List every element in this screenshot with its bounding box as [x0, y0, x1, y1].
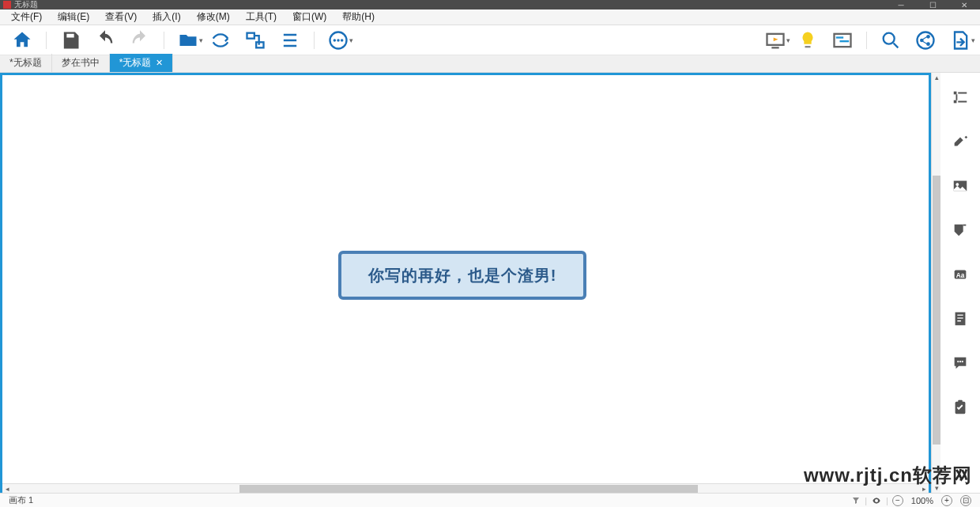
close-tab-icon[interactable]: ✕	[156, 58, 163, 68]
share-button[interactable]	[209, 29, 232, 51]
tab-dream-in-book[interactable]: 梦在书中	[52, 54, 110, 72]
menu-tools[interactable]: 工具(T)	[238, 10, 285, 24]
svg-rect-10	[840, 40, 850, 42]
statusbar: 画布 1 | | − 100% + ⊡	[0, 493, 980, 507]
svg-point-11	[884, 32, 895, 44]
image-panel-icon[interactable]	[952, 177, 969, 195]
menu-modify[interactable]: 修改(M)	[189, 10, 238, 24]
menu-help[interactable]: 帮助(H)	[334, 10, 383, 24]
more-button[interactable]	[327, 29, 349, 51]
app-logo-icon	[3, 1, 11, 9]
document-tabs: *无标题 梦在书中 *无标题 ✕	[0, 55, 980, 73]
zoom-in-button[interactable]: +	[941, 495, 952, 506]
titlebar: 无标题 ─ ☐ ✕	[0, 0, 980, 9]
menu-file[interactable]: 文件(F)	[3, 10, 50, 24]
relationship-button[interactable]	[244, 29, 266, 51]
svg-point-19	[956, 183, 959, 186]
separator	[314, 32, 315, 49]
svg-rect-20	[963, 225, 967, 226]
export-button[interactable]	[949, 29, 971, 51]
open-dropdown[interactable]: ▾	[199, 36, 203, 44]
svg-rect-9	[836, 36, 843, 38]
idea-button[interactable]	[797, 29, 819, 51]
scroll-right-icon[interactable]: ▸	[919, 484, 929, 493]
side-panel: Aa	[940, 73, 980, 493]
svg-point-12	[918, 32, 934, 48]
main-area: 你写的再好，也是个渣男! ◂ ▸ ▴ ▾ Aa	[0, 73, 980, 493]
svg-point-25	[959, 361, 961, 362]
node-text: 你写的再好，也是个渣男!	[368, 265, 557, 286]
sheet-label[interactable]: 画布 1	[9, 494, 33, 506]
svg-rect-17	[954, 100, 957, 104]
svg-rect-7	[805, 46, 811, 47]
home-button[interactable]	[11, 29, 33, 51]
presentation-dropdown[interactable]: ▾	[786, 36, 790, 44]
toolbar: ▾ ▾ ▾ ▾	[0, 25, 980, 55]
format-panel-icon[interactable]	[952, 133, 969, 150]
open-button[interactable]	[177, 29, 199, 51]
svg-point-5	[341, 39, 344, 42]
tab-untitled-1[interactable]: *无标题	[0, 54, 52, 72]
zoom-button[interactable]	[880, 29, 902, 51]
visibility-icon[interactable]	[871, 496, 882, 505]
horizontal-scrollbar[interactable]: ◂ ▸	[2, 483, 929, 493]
zoom-level[interactable]: 100%	[911, 496, 933, 505]
gantt-button[interactable]	[831, 29, 854, 51]
hscroll-thumb[interactable]	[239, 485, 698, 493]
cloud-share-button[interactable]	[914, 29, 937, 51]
svg-rect-0	[247, 32, 254, 38]
scroll-up-icon[interactable]: ▴	[932, 73, 941, 82]
zoom-out-button[interactable]: −	[892, 495, 903, 506]
central-topic-node[interactable]: 你写的再好，也是个渣男!	[338, 251, 586, 300]
separator	[46, 32, 47, 49]
undo-button[interactable]	[94, 29, 116, 51]
menu-view[interactable]: 查看(V)	[97, 10, 145, 24]
redo-button[interactable]	[129, 29, 151, 51]
svg-rect-28	[958, 400, 963, 403]
more-dropdown[interactable]: ▾	[349, 36, 353, 44]
svg-point-3	[334, 39, 337, 42]
vscroll-thumb[interactable]	[933, 176, 940, 445]
canvas[interactable]: 你写的再好，也是个渣男! ◂ ▸	[0, 73, 931, 493]
presentation-button[interactable]	[764, 29, 786, 51]
tab-untitled-2[interactable]: *无标题 ✕	[110, 54, 174, 72]
vertical-scrollbar[interactable]: ▴ ▾	[931, 73, 940, 493]
svg-point-24	[957, 361, 959, 362]
comments-panel-icon[interactable]	[952, 354, 969, 372]
svg-rect-16	[954, 92, 957, 95]
notes-panel-icon[interactable]	[952, 310, 969, 327]
fit-button[interactable]: ⊡	[960, 495, 971, 506]
text-panel-icon[interactable]: Aa	[952, 266, 969, 283]
minimize-button[interactable]: ─	[885, 0, 917, 9]
maximize-button[interactable]: ☐	[917, 0, 948, 9]
svg-point-4	[337, 39, 340, 42]
separator	[866, 32, 867, 49]
menu-insert[interactable]: 插入(I)	[145, 10, 188, 24]
close-window-button[interactable]: ✕	[948, 0, 980, 9]
scroll-left-icon[interactable]: ◂	[2, 484, 12, 493]
separator	[164, 32, 164, 49]
svg-point-26	[962, 361, 963, 362]
svg-text:Aa: Aa	[956, 272, 965, 279]
menubar: 文件(F) 编辑(E) 查看(V) 插入(I) 修改(M) 工具(T) 窗口(W…	[0, 9, 980, 25]
menu-window[interactable]: 窗口(W)	[285, 10, 334, 24]
outline-button[interactable]	[279, 29, 301, 51]
scroll-down-icon[interactable]: ▾	[932, 483, 941, 493]
marker-panel-icon[interactable]	[952, 221, 969, 239]
outline-panel-icon[interactable]	[952, 89, 969, 106]
task-panel-icon[interactable]	[952, 399, 969, 416]
save-button[interactable]	[59, 29, 81, 51]
filter-icon[interactable]	[851, 496, 861, 505]
svg-rect-23	[956, 312, 966, 326]
menu-edit[interactable]: 编辑(E)	[50, 10, 97, 24]
export-dropdown[interactable]: ▾	[971, 36, 975, 44]
tab-label: *无标题	[119, 56, 152, 70]
